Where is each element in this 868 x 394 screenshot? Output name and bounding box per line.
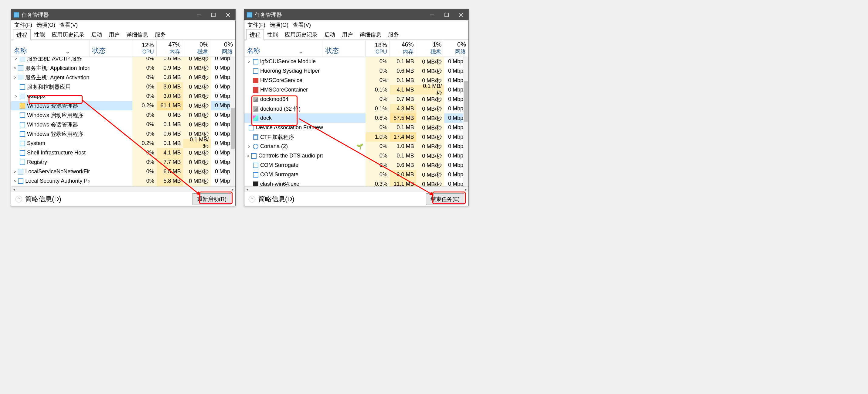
window-title: 任务管理器 (255, 11, 425, 19)
col-network[interactable]: 0%网络 (444, 40, 468, 57)
tab-0[interactable]: 进程 (246, 29, 264, 40)
expand-toggle-icon[interactable]: > (14, 75, 16, 80)
process-row[interactable]: Windows 启动应用程序0%0 MB0 MB/秒0 Mbps (11, 110, 235, 120)
process-row[interactable]: >Controls the DTS audio proce...0%0.1 MB… (244, 151, 468, 161)
col-disk[interactable]: 1%磁盘 (416, 40, 444, 57)
tab-3[interactable]: 启动 (321, 29, 339, 39)
process-row[interactable]: >wsappx0%3.0 MB0 MB/秒0 Mbps (11, 91, 235, 101)
process-row[interactable]: >服务主机: Application Informa...0%0.9 MB0 M… (11, 63, 235, 73)
minimize-button[interactable] (425, 9, 439, 20)
process-icon (20, 84, 25, 90)
tab-5[interactable]: 详细信息 (356, 29, 385, 39)
col-network[interactable]: 0%网络 (211, 40, 235, 57)
scrollbar-thumb[interactable] (231, 108, 235, 149)
process-row[interactable]: Registry0%7.7 MB0 MB/秒0 Mbps (11, 158, 235, 167)
cell-disk: 0 MB/秒 (416, 113, 444, 123)
maximize-button[interactable] (439, 9, 454, 20)
col-cpu[interactable]: 12%CPU (132, 40, 157, 57)
process-row[interactable]: >服务主机: Agent Activation R...0%0.8 MB0 MB… (11, 73, 235, 82)
tab-0[interactable]: 进程 (13, 29, 31, 40)
menu-item[interactable]: 选项(O) (36, 21, 55, 29)
process-icon (18, 65, 23, 71)
process-row[interactable]: COM Surrogate0%0.6 MB0 MB/秒0 Mbps (244, 161, 468, 170)
vertical-scrollbar[interactable] (463, 57, 468, 192)
process-row[interactable]: Device Association Framewor...0%0.1 MB0 … (244, 123, 468, 132)
col-name[interactable]: 名称⌄ (11, 40, 90, 57)
close-button[interactable] (221, 9, 235, 20)
expand-toggle-icon[interactable]: > (247, 59, 251, 64)
process-row[interactable]: System0.2%0.1 MB0.1 MB/秒0 Mbps (11, 139, 235, 148)
cell-disk: 0 MB/秒 (416, 66, 444, 76)
process-row[interactable]: >Local Security Authority Proc...0%5.8 M… (11, 176, 235, 186)
scroll-left-icon[interactable]: ◂ (244, 187, 250, 192)
horizontal-scrollbar[interactable]: ◂▸ (11, 186, 235, 192)
process-row[interactable]: >igfxCUIService Module0%0.1 MB0 MB/秒0 Mb… (244, 57, 468, 66)
process-row[interactable]: HMSCoreContainer0.1%4.1 MB0.1 MB/秒0 Mbps (244, 85, 468, 94)
titlebar[interactable]: 任务管理器 (11, 9, 235, 20)
tab-2[interactable]: 应用历史记录 (48, 29, 88, 39)
fewer-details-link[interactable]: 简略信息(D) (25, 195, 61, 204)
process-row[interactable]: dockmod (32 位)0.1%4.3 MB0 MB/秒0 Mbps (244, 104, 468, 113)
horizontal-scrollbar[interactable]: ◂▸ (244, 186, 468, 192)
vertical-scrollbar[interactable] (230, 57, 235, 192)
collapse-chevron-icon[interactable]: ⌃ (249, 196, 255, 202)
scroll-right-icon[interactable]: ▸ (230, 187, 235, 192)
process-list[interactable]: >服务主机: AVCTP 服务0%0.6 MB0 MB/秒0 Mbps>服务主机… (11, 57, 235, 192)
restart-button[interactable]: 重新启动(R) (192, 193, 231, 205)
collapse-chevron-icon[interactable]: ⌃ (16, 196, 22, 202)
process-row[interactable]: >LocalServiceNoNetworkFirew...0%6.5 MB0 … (11, 167, 235, 176)
col-name[interactable]: 名称⌄ (244, 40, 323, 57)
menu-item[interactable]: 文件(F) (14, 21, 32, 29)
tab-1[interactable]: 性能 (264, 29, 281, 39)
tab-4[interactable]: 用户 (105, 29, 123, 39)
expand-toggle-icon[interactable]: > (14, 179, 16, 184)
close-button[interactable] (454, 9, 468, 20)
menu-item[interactable]: 选项(O) (270, 21, 288, 29)
menu-item[interactable]: 查看(V) (60, 21, 78, 29)
tab-5[interactable]: 详细信息 (123, 29, 152, 39)
expand-toggle-icon[interactable]: > (14, 66, 16, 71)
scroll-right-icon[interactable]: ▸ (463, 187, 468, 192)
tab-2[interactable]: 应用历史记录 (281, 29, 321, 39)
process-row[interactable]: >服务主机: AVCTP 服务0%0.6 MB0 MB/秒0 Mbps (11, 57, 235, 63)
maximize-button[interactable] (206, 9, 221, 20)
scrollbar-thumb[interactable] (464, 81, 468, 121)
col-memory[interactable]: 47%内存 (157, 40, 183, 57)
process-row[interactable]: Shell Infrastructure Host0%4.1 MB0 MB/秒0… (11, 148, 235, 158)
cell-cpu: 0% (366, 142, 390, 151)
process-row[interactable]: COM Surrogate0%2.0 MB0 MB/秒0 Mbps (244, 170, 468, 179)
menu-item[interactable]: 文件(F) (247, 21, 265, 29)
process-row[interactable]: CTF 加载程序1.0%17.4 MB0 MB/秒0 Mbps (244, 132, 468, 142)
end-task-button[interactable]: 结束任务(E) (426, 193, 464, 205)
cell-disk: 0 MB/秒 (416, 151, 444, 161)
tab-4[interactable]: 用户 (339, 29, 356, 39)
process-list[interactable]: >igfxCUIService Module0%0.1 MB0 MB/秒0 Mb… (244, 57, 468, 192)
expand-toggle-icon[interactable]: > (14, 169, 16, 174)
expand-toggle-icon[interactable]: > (247, 144, 251, 149)
process-name: dockmod (32 位) (260, 105, 301, 112)
col-cpu[interactable]: 18%CPU (366, 40, 390, 57)
process-row[interactable]: dock0.8%57.5 MB0 MB/秒0 Mbps (244, 113, 468, 123)
fewer-details-link[interactable]: 简略信息(D) (258, 195, 294, 204)
col-status[interactable]: 状态 (90, 40, 132, 57)
tab-3[interactable]: 启动 (88, 29, 105, 39)
process-row[interactable]: 服务和控制器应用0%3.0 MB0 MB/秒0 Mbps (11, 82, 235, 91)
tab-1[interactable]: 性能 (31, 29, 48, 39)
tab-6[interactable]: 服务 (152, 29, 169, 39)
process-row[interactable]: Windows 资源管理器0.2%61.1 MB0 MB/秒0 Mbps (11, 101, 235, 110)
tab-6[interactable]: 服务 (385, 29, 402, 39)
expand-toggle-icon[interactable]: > (247, 153, 249, 159)
expand-toggle-icon[interactable]: > (14, 57, 18, 61)
process-row[interactable]: Windows 会话管理器0%0.1 MB0 MB/秒0 Mbps (11, 120, 235, 129)
col-status[interactable]: 状态 (323, 40, 366, 57)
col-memory[interactable]: 46%内存 (390, 40, 416, 57)
process-row[interactable]: Huorong Sysdiag Helper0%0.6 MB0 MB/秒0 Mb… (244, 66, 468, 76)
minimize-button[interactable] (192, 9, 206, 20)
menu-item[interactable]: 查看(V) (293, 21, 311, 29)
scroll-left-icon[interactable]: ◂ (11, 187, 17, 192)
expand-toggle-icon[interactable]: > (14, 94, 18, 99)
process-row[interactable]: dockmod640%0.7 MB0 MB/秒0 Mbps (244, 94, 468, 104)
col-disk[interactable]: 0%磁盘 (183, 40, 211, 57)
titlebar[interactable]: 任务管理器 (244, 9, 468, 20)
process-row[interactable]: >Cortana (2)🌱0%1.0 MB0 MB/秒0 Mbps (244, 142, 468, 151)
